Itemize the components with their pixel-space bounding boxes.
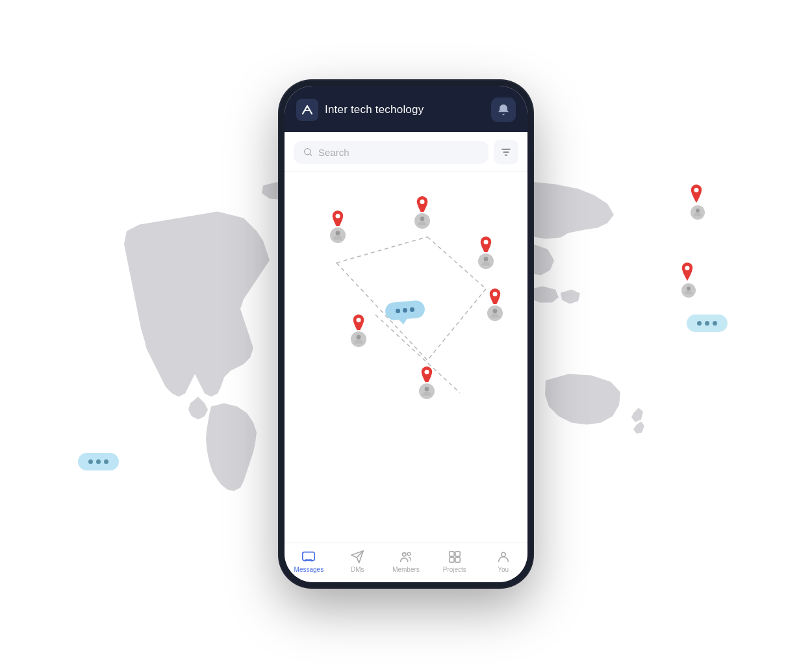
user-avatar-4 [349, 330, 368, 348]
notifications-button[interactable] [491, 97, 516, 122]
user-avatar-5 [418, 382, 436, 400]
svg-line-4 [336, 237, 427, 263]
svg-point-32 [687, 287, 691, 290]
phone-screen: Inter tech techology Search [285, 86, 527, 582]
scene: Inter tech techology Search [49, 35, 763, 633]
svg-point-16 [357, 335, 361, 339]
projects-nav-icon [448, 550, 462, 564]
outside-avatar-fareast [689, 204, 706, 221]
members-nav-label: Members [392, 566, 420, 573]
svg-rect-26 [450, 558, 454, 562]
bubble-dot-2 [403, 308, 408, 313]
right-bubble-dot-2 [705, 321, 709, 326]
chat-bubble-left [78, 453, 119, 470]
header-left: Inter tech techology [296, 99, 424, 121]
svg-rect-25 [455, 552, 460, 556]
user-avatar-2 [413, 212, 431, 230]
outside-avatar-east [680, 282, 697, 299]
svg-rect-2 [503, 151, 509, 153]
svg-point-23 [407, 552, 411, 556]
phone-mockup: Inter tech techology Search [279, 81, 533, 587]
map-area [285, 172, 527, 543]
svg-point-11 [420, 199, 425, 204]
you-nav-icon [496, 550, 511, 564]
svg-point-20 [493, 309, 498, 313]
svg-point-19 [493, 292, 498, 296]
svg-point-9 [336, 214, 340, 218]
map-pin-4 [349, 315, 368, 348]
map-pin-3 [477, 237, 495, 270]
svg-rect-24 [450, 552, 454, 556]
right-bubble-dot-3 [713, 321, 717, 326]
map-pin-1 [329, 211, 347, 244]
svg-point-15 [357, 318, 361, 322]
outside-pin-fareast [689, 185, 706, 221]
svg-point-17 [425, 370, 429, 374]
search-icon [303, 147, 313, 157]
left-bubble-dot-2 [96, 459, 101, 464]
projects-nav-label: Projects [443, 566, 466, 573]
search-bar[interactable]: Search [294, 141, 488, 164]
bell-icon [497, 103, 510, 116]
svg-point-13 [484, 240, 488, 244]
chat-bubble-right [687, 315, 728, 332]
svg-point-29 [694, 188, 699, 192]
bubble-dot-3 [410, 307, 415, 313]
connection-lines [285, 172, 527, 543]
svg-rect-3 [505, 155, 508, 156]
outside-pin-east [680, 263, 697, 299]
svg-point-31 [685, 266, 690, 270]
svg-point-22 [402, 553, 406, 557]
svg-line-7 [427, 289, 486, 361]
search-container: Search [285, 132, 527, 172]
map-pin-6 [486, 289, 504, 322]
svg-point-28 [501, 552, 505, 556]
svg-point-18 [425, 387, 429, 391]
svg-rect-1 [501, 149, 511, 150]
app-logo [296, 99, 318, 121]
nav-projects[interactable]: Projects [437, 550, 472, 573]
search-placeholder: Search [318, 147, 349, 158]
you-nav-label: You [498, 566, 509, 573]
right-bubble-dot-1 [697, 321, 702, 326]
map-pin-5 [418, 366, 436, 400]
messages-nav-label: Messages [294, 566, 324, 573]
members-nav-icon [399, 550, 413, 564]
user-avatar-3 [477, 252, 495, 270]
map-pin-2 [413, 196, 431, 230]
svg-point-14 [484, 257, 488, 261]
app-header: Inter tech techology [285, 86, 527, 132]
left-bubble-dot-1 [88, 459, 93, 464]
nav-messages[interactable]: Messages [291, 550, 327, 573]
app-title: Inter tech techology [325, 103, 424, 116]
left-bubble-dot-3 [104, 459, 108, 464]
chat-bubble-main [385, 300, 425, 320]
svg-point-12 [420, 216, 425, 221]
svg-rect-27 [455, 558, 460, 562]
user-avatar-6 [486, 304, 504, 322]
svg-point-0 [305, 149, 311, 155]
bubble-dot-1 [396, 309, 401, 314]
filter-icon [500, 146, 512, 158]
nav-you[interactable]: You [485, 550, 521, 573]
dms-nav-icon [350, 550, 364, 564]
user-avatar-1 [329, 226, 347, 244]
dms-nav-label: DMs [351, 566, 364, 573]
nav-members[interactable]: Members [388, 550, 424, 573]
nav-dms[interactable]: DMs [340, 550, 375, 573]
bottom-navigation: Messages DMs [285, 543, 527, 582]
svg-point-10 [336, 231, 340, 235]
svg-point-30 [696, 209, 700, 212]
messages-nav-icon [301, 550, 316, 564]
filter-button[interactable] [494, 140, 518, 164]
